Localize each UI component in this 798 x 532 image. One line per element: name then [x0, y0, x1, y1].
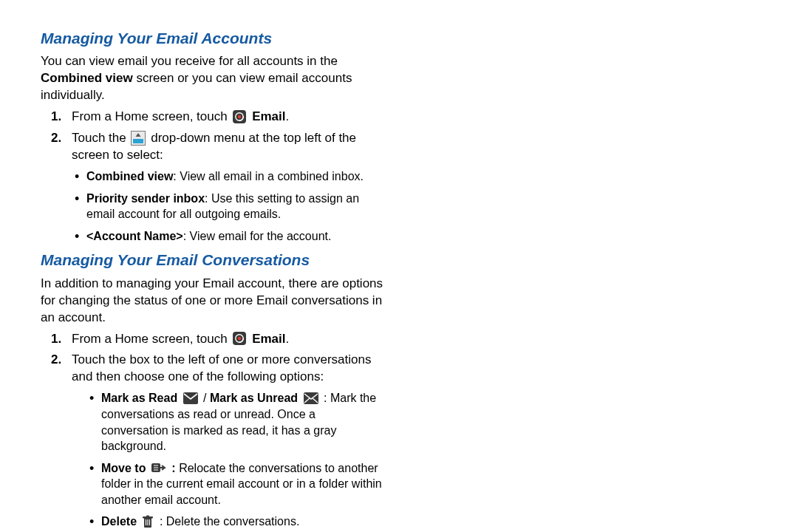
text: : View email for the account.	[183, 230, 332, 242]
bullet-list: Mark as Read / Mark as Unread : Mark the…	[41, 390, 383, 530]
bullet-item: Move to : Relocate the conversations to …	[86, 460, 383, 508]
mark-read-icon	[183, 392, 199, 405]
dropdown-icon	[131, 131, 146, 146]
bullet-list: Combined view: View all email in a combi…	[41, 168, 383, 244]
two-column-layout: Managing Your Email Accounts You can vie…	[41, 22, 761, 532]
email-app-icon	[232, 331, 247, 346]
heading-managing-conversations: Managing Your Email Conversations	[41, 250, 383, 270]
bold-text: Combined view	[41, 71, 133, 85]
bullet-item: Priority sender inbox: Use this setting …	[72, 191, 383, 222]
bold-text: Mark as Unread	[210, 392, 301, 404]
bullet-item: Combined view: View all email in a combi…	[72, 168, 383, 185]
bullet-item: Delete : Delete the conversations.	[86, 514, 383, 530]
intro-text: You can view email you receive for all a…	[41, 53, 383, 104]
text: You can view email you receive for all a…	[41, 54, 338, 68]
step-number: 1.	[51, 109, 61, 126]
step-list: 1. From a Home screen, touch Email. 2. T…	[41, 109, 383, 164]
step-number: 1.	[51, 331, 61, 348]
step-item: 2. Touch the drop-down menu at the top l…	[41, 130, 383, 164]
step-item: 1. From a Home screen, touch Email.	[41, 109, 383, 126]
step-number: 2.	[51, 352, 61, 369]
heading-managing-accounts: Managing Your Email Accounts	[41, 28, 383, 49]
bold-text: Move to	[101, 462, 149, 474]
text: : View all email in a combined inbox.	[173, 170, 364, 183]
email-app-icon	[232, 109, 247, 124]
bold-text: <Account Name>	[86, 230, 183, 242]
step-text: From a Home screen, touch	[72, 109, 231, 123]
text: /	[203, 392, 210, 404]
bold-text: Combined view	[86, 170, 173, 183]
text: .	[286, 109, 290, 123]
step-item: 1. From a Home screen, touch Email.	[41, 331, 383, 348]
bold-text: Delete	[101, 515, 140, 528]
bold-text: :	[171, 462, 179, 474]
bold-text: Priority sender inbox	[86, 192, 205, 205]
step-list: 1. From a Home screen, touch Email. 2. T…	[41, 331, 383, 386]
step-text: Touch the box to the left of one or more…	[72, 352, 371, 383]
step-item: 2. Touch the box to the left of one or m…	[41, 352, 383, 386]
bullet-item: <Account Name>: View email for the accou…	[72, 228, 383, 245]
delete-icon	[141, 515, 154, 528]
step-text: Touch the	[72, 131, 129, 145]
text: : Delete the conversations.	[160, 515, 299, 528]
bold-text: Email	[252, 109, 285, 123]
intro-text: In addition to managing your Email accou…	[41, 276, 383, 327]
bold-text: Mark as Read	[101, 392, 181, 404]
mark-unread-icon	[303, 392, 319, 405]
step-number: 2.	[51, 130, 61, 147]
bullet-item: Mark as Read / Mark as Unread : Mark the…	[86, 390, 383, 454]
manual-page: Managing Your Email Accounts You can vie…	[0, 0, 798, 532]
step-text: From a Home screen, touch	[72, 332, 231, 346]
text: .	[286, 332, 290, 346]
move-to-icon	[151, 461, 167, 474]
bold-text: Email	[252, 332, 285, 346]
